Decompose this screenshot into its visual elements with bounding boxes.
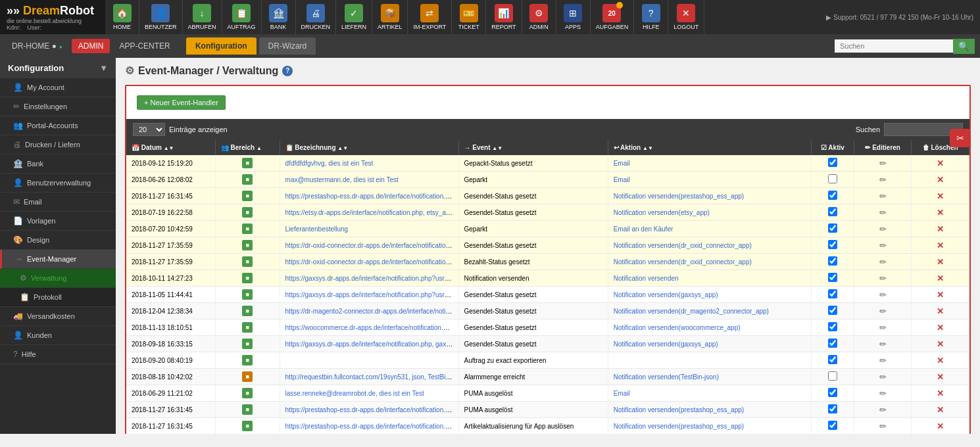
cell-aktiv[interactable] [811, 237, 854, 254]
cell-editieren[interactable]: ✏ [854, 237, 912, 254]
delete-button[interactable]: ✕ [937, 158, 944, 168]
cell-aktiv[interactable] [811, 385, 854, 402]
delete-button[interactable]: ✕ [937, 208, 944, 218]
cell-aktiv[interactable] [811, 204, 854, 221]
aktiv-checkbox[interactable] [828, 421, 837, 430]
edit-button[interactable]: ✏ [879, 339, 887, 349]
cell-editieren[interactable]: ✏ [854, 402, 912, 418]
cell-aktiv[interactable] [811, 270, 854, 287]
delete-button[interactable]: ✕ [937, 241, 944, 250]
nav-liefern[interactable]: ✓LIEFERN [336, 0, 372, 34]
nav-apps[interactable]: ⊞APPS [556, 0, 591, 34]
cell-aktiv[interactable] [811, 402, 854, 418]
cell-loschen[interactable]: ✕ [912, 204, 969, 221]
edit-button[interactable]: ✏ [879, 191, 887, 201]
sidebar-item-portal-accounts[interactable]: 👥 Portal-Accounts [0, 116, 116, 135]
cell-aktiv[interactable] [811, 369, 854, 385]
col-bezeichnung[interactable]: 📋 Bezeichnung ▲▼ [280, 140, 458, 155]
delete-button[interactable]: ✕ [937, 372, 944, 382]
delete-button[interactable]: ✕ [937, 306, 944, 316]
cell-editieren[interactable]: ✏ [854, 188, 912, 204]
new-handler-button[interactable]: + Neuer Event-Handler [137, 95, 226, 110]
cell-loschen[interactable]: ✕ [912, 352, 969, 369]
aktiv-checkbox[interactable] [828, 371, 837, 381]
edit-button[interactable]: ✏ [879, 158, 887, 168]
aktiv-checkbox[interactable] [828, 191, 837, 200]
delete-button[interactable]: ✕ [937, 356, 944, 365]
nav-report[interactable]: 📊REPORT [486, 0, 522, 34]
delete-button[interactable]: ✕ [937, 273, 944, 283]
delete-button[interactable]: ✕ [937, 405, 944, 415]
entries-select[interactable]: 20 50 100 [133, 123, 165, 136]
aktiv-checkbox[interactable] [828, 174, 837, 183]
col-bereich[interactable]: 👥 Bereich ▲ [215, 140, 280, 155]
sidebar-item-vorlagen[interactable]: 📄 Vorlagen [0, 212, 116, 231]
nav-abrufen[interactable]: ↓ABRUFEN [183, 0, 222, 34]
edit-button[interactable]: ✏ [879, 290, 887, 300]
aktiv-checkbox[interactable] [828, 207, 837, 216]
link-dr-home[interactable]: DR-HOME ● [5, 39, 69, 53]
edit-button[interactable]: ✏ [879, 257, 887, 267]
cell-aktiv[interactable] [811, 319, 854, 336]
cell-aktiv[interactable] [811, 303, 854, 319]
cell-aktiv[interactable] [811, 155, 854, 172]
link-admin[interactable]: ADMIN [72, 39, 110, 53]
sidebar-item-email[interactable]: ✉ Email [0, 193, 116, 212]
sidebar-item-hilfe[interactable]: ? Hilfe [0, 345, 116, 364]
tab-dr-wizard[interactable]: DR-Wizard [259, 37, 316, 55]
nav-logout[interactable]: ✕LOGOUT [668, 0, 704, 34]
delete-button[interactable]: ✕ [937, 257, 944, 267]
cell-loschen[interactable]: ✕ [912, 418, 969, 435]
nav-benutzer[interactable]: 👤BENUTZER [139, 0, 183, 34]
aktiv-checkbox[interactable] [828, 388, 837, 397]
cell-editieren[interactable]: ✏ [854, 287, 912, 303]
search-input-top[interactable] [835, 39, 953, 53]
edit-button[interactable]: ✏ [879, 356, 887, 365]
cell-loschen[interactable]: ✕ [912, 402, 969, 418]
cell-editieren[interactable]: ✏ [854, 336, 912, 352]
sidebar-item-my-account[interactable]: 👤 My Account [0, 78, 116, 97]
cell-aktiv[interactable] [811, 221, 854, 237]
cell-loschen[interactable]: ✕ [912, 369, 969, 385]
cell-aktiv[interactable] [811, 172, 854, 188]
nav-imexport[interactable]: ⇄IM-EXPORT [408, 0, 452, 34]
sidebar-item-verwaltung[interactable]: ⚙ Verwaltung [0, 269, 116, 288]
delete-button[interactable]: ✕ [937, 421, 944, 431]
cell-loschen[interactable]: ✕ [912, 254, 969, 270]
edit-button[interactable]: ✏ [879, 388, 887, 398]
sidebar-item-kunden[interactable]: 👤 Kunden [0, 326, 116, 345]
sidebar-item-versandkosten[interactable]: 🚚 Versandkosten [0, 307, 116, 326]
sidebar-item-protokoll[interactable]: 📋 Protokoll [0, 288, 116, 307]
edit-button[interactable]: ✏ [879, 273, 887, 283]
aktiv-checkbox[interactable] [828, 273, 837, 282]
cell-editieren[interactable]: ✏ [854, 385, 912, 402]
edit-button[interactable]: ✏ [879, 306, 887, 316]
aktiv-checkbox[interactable] [828, 404, 837, 413]
aktiv-checkbox[interactable] [828, 355, 837, 364]
aktiv-checkbox[interactable] [828, 289, 837, 298]
cell-aktiv[interactable] [811, 188, 854, 204]
cell-aktiv[interactable] [811, 336, 854, 352]
sidebar-item-event-manager[interactable]: → Event-Manager [0, 250, 116, 269]
nav-drucken[interactable]: 🖨DRUCKEN [296, 0, 337, 34]
cell-loschen[interactable]: ✕ [912, 336, 969, 352]
nav-auftrag[interactable]: 📋AUFTRAG [222, 0, 262, 34]
cell-loschen[interactable]: ✕ [912, 303, 969, 319]
cell-loschen[interactable]: ✕ [912, 237, 969, 254]
edit-button[interactable]: ✏ [879, 208, 887, 218]
aktiv-checkbox[interactable] [828, 322, 837, 331]
cell-loschen[interactable]: ✕ [912, 172, 969, 188]
col-aktion[interactable]: ↩ Aktion ▲▼ [608, 140, 811, 155]
sidebar-item-drucken-liefern[interactable]: 🖨 Drucken / Liefern [0, 135, 116, 154]
aktiv-checkbox[interactable] [828, 306, 837, 315]
cell-loschen[interactable]: ✕ [912, 155, 969, 172]
edit-button[interactable]: ✏ [879, 372, 887, 382]
col-event[interactable]: → Event ▲▼ [458, 140, 608, 155]
help-circle-icon[interactable]: ? [282, 66, 293, 76]
sidebar-item-benutzerverwaltung[interactable]: 👤 Benutzerverwaltung [0, 174, 116, 193]
sidebar-item-design[interactable]: 🎨 Design [0, 231, 116, 250]
cell-editieren[interactable]: ✏ [854, 303, 912, 319]
aktiv-checkbox[interactable] [828, 224, 837, 233]
cell-aktiv[interactable] [811, 352, 854, 369]
delete-button[interactable]: ✕ [937, 290, 944, 300]
